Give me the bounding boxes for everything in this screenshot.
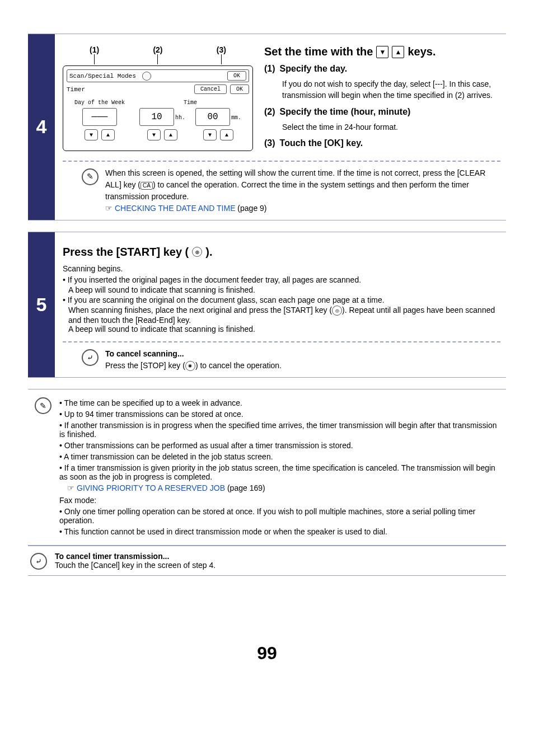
day-value: ——— bbox=[82, 108, 117, 126]
fax-mode-heading: Fax mode: bbox=[59, 496, 504, 505]
up-arrow-key-icon: ▲ bbox=[392, 46, 404, 58]
day-of-week-field: Day of the Week ——— ▼ ▲ bbox=[74, 100, 125, 140]
step5-heading: Press the [START] key (◎). bbox=[63, 246, 500, 259]
dashed-separator-2 bbox=[63, 341, 500, 342]
clock-icon bbox=[142, 72, 151, 81]
pointer-icon: ☞ bbox=[105, 203, 113, 214]
note-6-link-line: ☞GIVING PRIORITY TO A RESERVED JOB (page… bbox=[67, 483, 504, 492]
substep-1-desc: If you do not wish to specify the day, s… bbox=[282, 78, 500, 101]
notes-block: ✎ • The time can be specified up to a we… bbox=[28, 389, 506, 546]
minute-unit: mm. bbox=[231, 115, 241, 121]
time-label: Time bbox=[139, 100, 241, 106]
day-up-button[interactable]: ▲ bbox=[101, 129, 115, 140]
substep-3-num: (3) bbox=[264, 138, 275, 148]
step5-bullets: If you inserted the original pages in th… bbox=[63, 275, 500, 334]
callout-3: (3) bbox=[190, 45, 253, 64]
minute-down-button[interactable]: ▼ bbox=[203, 129, 217, 140]
substep-2-title: Specify the time (hour, minute) bbox=[280, 107, 411, 117]
note-5: • A timer transmission can be deleted in… bbox=[59, 452, 504, 461]
note-2: • Up to 94 timer transmissions can be st… bbox=[59, 410, 504, 419]
fax-note-2: • This function cannot be used in direct… bbox=[59, 527, 504, 536]
substep-2-num: (2) bbox=[264, 107, 275, 117]
step5-b2c: A beep will sound to indicate that scann… bbox=[68, 325, 500, 334]
step5-b1: If you inserted the original pages in th… bbox=[63, 275, 500, 284]
back-note-icon-2: ⤶ bbox=[30, 553, 47, 570]
cancel-button[interactable]: Cancel bbox=[194, 84, 227, 94]
callout-2: (2) bbox=[126, 45, 189, 64]
fax-note-1: • Only one timer polling operation can b… bbox=[59, 507, 504, 525]
step5-b2: If you are scanning the original on the … bbox=[63, 295, 500, 304]
down-arrow-key-icon: ▼ bbox=[376, 46, 388, 58]
step5-b2b: When scanning finishes, place the next o… bbox=[68, 306, 500, 325]
start-key-icon-inline: ◎ bbox=[332, 306, 342, 316]
timer-subtitle: Timer bbox=[67, 86, 191, 93]
back-note-icon: ⤶ bbox=[82, 349, 99, 366]
timer-screen-mockup: (1) (2) (3) Scan/Special Modes OK Timer bbox=[63, 45, 253, 153]
substep-2-desc: Select the time in 24-hour format. bbox=[282, 121, 500, 133]
hour-up-button[interactable]: ▲ bbox=[164, 129, 177, 140]
substep-1-num: (1) bbox=[264, 64, 275, 74]
cancel-timer-title: To cancel timer transmission... bbox=[55, 552, 216, 561]
callout-1: (1) bbox=[63, 45, 126, 64]
substep-1-title: Specify the day. bbox=[280, 64, 348, 74]
note-1: • The time can be specified up to a week… bbox=[59, 398, 504, 407]
cancel-timer-body: Touch the [Cancel] key in the screen of … bbox=[55, 561, 216, 570]
cancel-scanning-title: To cancel scanning... bbox=[105, 348, 282, 360]
priority-reserved-job-link[interactable]: GIVING PRIORITY TO A RESERVED JOB bbox=[77, 483, 225, 492]
note-6: • If a timer transmission is given prior… bbox=[59, 463, 504, 481]
note-4: • Other transmissions can be performed a… bbox=[59, 441, 504, 450]
clear-all-key-icon: CA bbox=[140, 182, 153, 190]
step5-line1: Scanning begins. bbox=[63, 264, 500, 273]
pointer-icon-2: ☞ bbox=[67, 483, 74, 492]
step-number-4: 4 bbox=[28, 34, 55, 220]
pencil-note-icon-2: ✎ bbox=[35, 397, 51, 414]
day-down-button[interactable]: ▼ bbox=[85, 129, 98, 140]
cancel-scanning-body: Press the [STOP] key (◉) to cancel the o… bbox=[105, 360, 282, 372]
ok-top-button[interactable]: OK bbox=[227, 71, 246, 81]
minute-up-button[interactable]: ▲ bbox=[220, 129, 233, 140]
substep-3-title: Touch the [OK] key. bbox=[280, 138, 363, 148]
breadcrumb-label: Scan/Special Modes bbox=[69, 73, 139, 79]
minute-value: 00 bbox=[195, 108, 230, 126]
step-4-block: 4 (1) (2) (3) Scan/Special Modes bbox=[28, 34, 506, 220]
start-key-icon: ◎ bbox=[192, 247, 202, 257]
checking-date-time-link[interactable]: CHECKING THE DATE AND TIME bbox=[115, 204, 235, 213]
hour-unit: hh. bbox=[175, 115, 185, 121]
step-5-block: 5 Press the [START] key (◎). Scanning be… bbox=[28, 232, 506, 378]
step4-heading: Set the time with the ▼ ▲ keys. bbox=[264, 45, 500, 58]
step4-note-body: When this screen is opened, the setting … bbox=[105, 167, 500, 214]
hour-value: 10 bbox=[139, 108, 174, 126]
ok-mid-button[interactable]: OK bbox=[230, 84, 249, 94]
dashed-separator bbox=[63, 161, 500, 162]
time-field: Time 10hh. ▼ ▲ bbox=[139, 100, 241, 140]
stop-key-icon: ◉ bbox=[185, 361, 195, 371]
cancel-timer-block: ⤶ To cancel timer transmission... Touch … bbox=[28, 546, 506, 576]
step5-b1b: A beep will sound to indicate that scann… bbox=[68, 285, 500, 294]
note-3: • If another transmission is in progress… bbox=[59, 421, 504, 439]
pencil-note-icon: ✎ bbox=[82, 168, 99, 185]
hour-down-button[interactable]: ▼ bbox=[147, 129, 161, 140]
page-number: 99 bbox=[28, 643, 506, 664]
step-number-5: 5 bbox=[28, 232, 55, 377]
day-label: Day of the Week bbox=[74, 100, 125, 106]
